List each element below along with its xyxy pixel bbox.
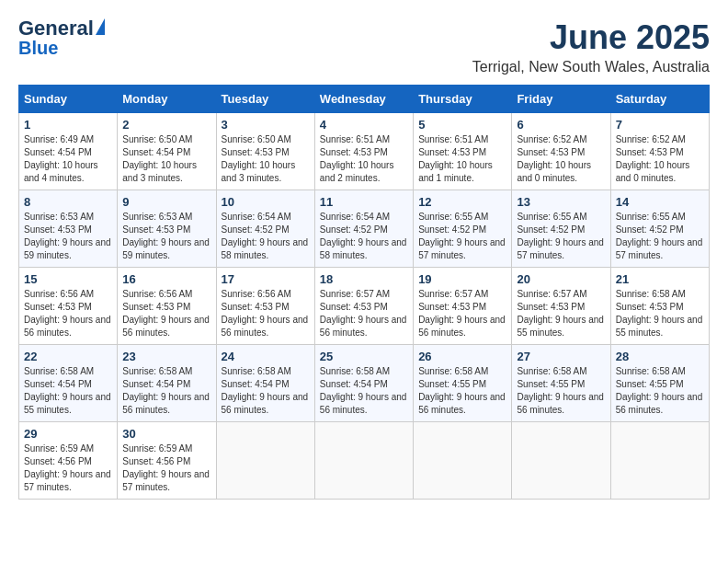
day-number: 30 (122, 427, 210, 441)
day-number: 20 (517, 272, 605, 286)
calendar-day-cell: 26Sunrise: 6:58 AMSunset: 4:55 PMDayligh… (414, 345, 512, 422)
header-wednesday: Wednesday (314, 86, 413, 113)
weekday-row: Sunday Monday Tuesday Wednesday Thursday… (19, 86, 710, 113)
calendar-day-cell: 7Sunrise: 6:52 AMSunset: 4:53 PMDaylight… (610, 113, 709, 190)
logo-blue: Blue (18, 39, 58, 57)
calendar-day-cell: 5Sunrise: 6:51 AMSunset: 4:53 PMDaylight… (414, 113, 512, 190)
day-info: Sunrise: 6:58 AMSunset: 4:55 PMDaylight:… (517, 365, 605, 417)
logo: General Blue (18, 18, 105, 57)
day-number: 27 (517, 350, 605, 363)
header-tuesday: Tuesday (216, 86, 314, 113)
calendar-day-cell (414, 422, 512, 500)
calendar-day-cell: 29Sunrise: 6:59 AMSunset: 4:56 PMDayligh… (19, 422, 118, 500)
day-info: Sunrise: 6:58 AMSunset: 4:54 PMDaylight:… (24, 365, 112, 417)
day-number: 22 (24, 350, 112, 363)
calendar-day-cell: 9Sunrise: 6:53 AMSunset: 4:53 PMDaylight… (118, 190, 216, 268)
day-info: Sunrise: 6:51 AMSunset: 4:53 PMDaylight:… (320, 133, 408, 185)
calendar-day-cell: 22Sunrise: 6:58 AMSunset: 4:54 PMDayligh… (19, 345, 118, 422)
day-number: 14 (616, 195, 704, 209)
calendar-day-cell: 28Sunrise: 6:58 AMSunset: 4:55 PMDayligh… (610, 345, 709, 422)
calendar-day-cell: 6Sunrise: 6:52 AMSunset: 4:53 PMDaylight… (512, 113, 610, 190)
day-number: 25 (320, 350, 408, 363)
calendar-week-row: 22Sunrise: 6:58 AMSunset: 4:54 PMDayligh… (19, 345, 710, 422)
calendar-day-cell: 11Sunrise: 6:54 AMSunset: 4:52 PMDayligh… (314, 190, 413, 268)
day-number: 10 (222, 195, 310, 209)
header-friday: Friday (512, 86, 610, 113)
day-info: Sunrise: 6:55 AMSunset: 4:52 PMDaylight:… (517, 211, 605, 262)
day-info: Sunrise: 6:53 AMSunset: 4:53 PMDaylight:… (24, 211, 112, 262)
day-number: 29 (24, 427, 112, 441)
day-info: Sunrise: 6:58 AMSunset: 4:53 PMDaylight:… (616, 288, 704, 339)
day-info: Sunrise: 6:59 AMSunset: 4:56 PMDaylight:… (24, 442, 112, 494)
calendar-day-cell: 20Sunrise: 6:57 AMSunset: 4:53 PMDayligh… (512, 268, 610, 345)
day-info: Sunrise: 6:50 AMSunset: 4:53 PMDaylight:… (222, 133, 310, 185)
day-number: 8 (24, 195, 112, 209)
calendar-week-row: 15Sunrise: 6:56 AMSunset: 4:53 PMDayligh… (19, 268, 710, 345)
calendar-day-cell: 4Sunrise: 6:51 AMSunset: 4:53 PMDaylight… (314, 113, 413, 190)
title-area: June 2025 Terrigal, New South Wales, Aus… (472, 18, 710, 75)
day-number: 5 (418, 118, 506, 132)
calendar-day-cell: 12Sunrise: 6:55 AMSunset: 4:52 PMDayligh… (414, 190, 512, 268)
day-number: 9 (122, 195, 210, 209)
day-number: 13 (517, 195, 605, 209)
day-info: Sunrise: 6:54 AMSunset: 4:52 PMDaylight:… (320, 211, 408, 262)
day-number: 26 (418, 350, 506, 363)
calendar-day-cell: 23Sunrise: 6:58 AMSunset: 4:54 PMDayligh… (118, 345, 216, 422)
location-title: Terrigal, New South Wales, Australia (472, 59, 710, 75)
calendar-day-cell (512, 422, 610, 500)
day-number: 7 (616, 118, 704, 132)
header-thursday: Thursday (414, 86, 512, 113)
calendar-day-cell: 8Sunrise: 6:53 AMSunset: 4:53 PMDaylight… (19, 190, 118, 268)
logo-text: General (18, 18, 105, 39)
calendar-day-cell: 19Sunrise: 6:57 AMSunset: 4:53 PMDayligh… (414, 268, 512, 345)
calendar-day-cell: 30Sunrise: 6:59 AMSunset: 4:56 PMDayligh… (118, 422, 216, 500)
calendar-day-cell: 2Sunrise: 6:50 AMSunset: 4:54 PMDaylight… (118, 113, 216, 190)
day-info: Sunrise: 6:57 AMSunset: 4:53 PMDaylight:… (418, 288, 506, 339)
header-monday: Monday (118, 86, 216, 113)
day-info: Sunrise: 6:52 AMSunset: 4:53 PMDaylight:… (616, 133, 704, 185)
day-info: Sunrise: 6:53 AMSunset: 4:53 PMDaylight:… (122, 211, 210, 262)
calendar-table: Sunday Monday Tuesday Wednesday Thursday… (18, 85, 710, 500)
header-sunday: Sunday (19, 86, 118, 113)
calendar-day-cell: 14Sunrise: 6:55 AMSunset: 4:52 PMDayligh… (610, 190, 709, 268)
day-info: Sunrise: 6:58 AMSunset: 4:55 PMDaylight:… (616, 365, 704, 417)
day-info: Sunrise: 6:49 AMSunset: 4:54 PMDaylight:… (24, 133, 112, 185)
calendar-week-row: 1Sunrise: 6:49 AMSunset: 4:54 PMDaylight… (19, 113, 710, 190)
calendar-day-cell: 3Sunrise: 6:50 AMSunset: 4:53 PMDaylight… (216, 113, 314, 190)
day-number: 16 (122, 272, 210, 286)
month-title: June 2025 (472, 18, 710, 57)
day-number: 18 (320, 272, 408, 286)
day-number: 11 (320, 195, 408, 209)
day-number: 2 (122, 118, 210, 132)
day-number: 21 (616, 272, 704, 286)
day-number: 24 (222, 350, 310, 363)
day-info: Sunrise: 6:56 AMSunset: 4:53 PMDaylight:… (222, 288, 310, 339)
day-info: Sunrise: 6:57 AMSunset: 4:53 PMDaylight:… (320, 288, 408, 339)
calendar-body: 1Sunrise: 6:49 AMSunset: 4:54 PMDaylight… (19, 113, 710, 500)
calendar-day-cell (314, 422, 413, 500)
day-info: Sunrise: 6:52 AMSunset: 4:53 PMDaylight:… (517, 133, 605, 185)
day-number: 6 (517, 118, 605, 132)
calendar-day-cell: 18Sunrise: 6:57 AMSunset: 4:53 PMDayligh… (314, 268, 413, 345)
day-number: 4 (320, 118, 408, 132)
day-number: 3 (222, 118, 310, 132)
day-number: 1 (24, 118, 112, 132)
calendar-day-cell: 10Sunrise: 6:54 AMSunset: 4:52 PMDayligh… (216, 190, 314, 268)
day-info: Sunrise: 6:51 AMSunset: 4:53 PMDaylight:… (418, 133, 506, 185)
day-info: Sunrise: 6:58 AMSunset: 4:54 PMDaylight:… (122, 365, 210, 417)
day-info: Sunrise: 6:58 AMSunset: 4:54 PMDaylight:… (222, 365, 310, 417)
calendar-day-cell: 17Sunrise: 6:56 AMSunset: 4:53 PMDayligh… (216, 268, 314, 345)
calendar-day-cell: 25Sunrise: 6:58 AMSunset: 4:54 PMDayligh… (314, 345, 413, 422)
day-number: 15 (24, 272, 112, 286)
calendar-day-cell: 15Sunrise: 6:56 AMSunset: 4:53 PMDayligh… (19, 268, 118, 345)
header-saturday: Saturday (610, 86, 709, 113)
day-info: Sunrise: 6:57 AMSunset: 4:53 PMDaylight:… (517, 288, 605, 339)
calendar-header: Sunday Monday Tuesday Wednesday Thursday… (19, 86, 710, 113)
calendar-day-cell: 27Sunrise: 6:58 AMSunset: 4:55 PMDayligh… (512, 345, 610, 422)
day-info: Sunrise: 6:58 AMSunset: 4:55 PMDaylight:… (418, 365, 506, 417)
calendar-week-row: 8Sunrise: 6:53 AMSunset: 4:53 PMDaylight… (19, 190, 710, 268)
calendar-day-cell: 16Sunrise: 6:56 AMSunset: 4:53 PMDayligh… (118, 268, 216, 345)
day-number: 19 (418, 272, 506, 286)
calendar-day-cell: 24Sunrise: 6:58 AMSunset: 4:54 PMDayligh… (216, 345, 314, 422)
day-number: 17 (222, 272, 310, 286)
